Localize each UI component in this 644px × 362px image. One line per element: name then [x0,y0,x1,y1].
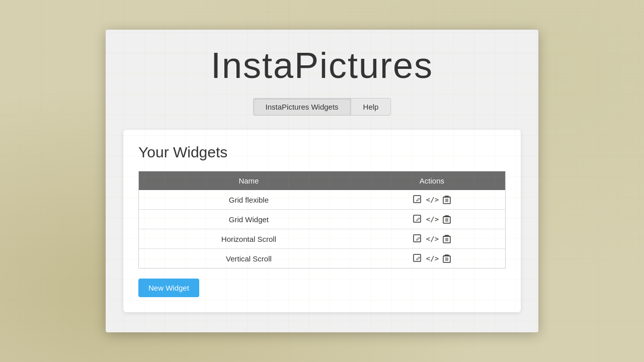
nav-help-button[interactable]: Help [351,98,391,116]
delete-icon[interactable] [443,254,451,263]
edit-icon[interactable] [413,215,422,224]
widget-table: Name Actions Grid flexible</>Grid Widget… [138,171,506,268]
widget-name: Grid Widget [139,210,359,229]
delete-icon[interactable] [443,215,451,224]
new-widget-button[interactable]: New Widget [138,279,199,297]
delete-icon[interactable] [443,234,451,243]
table-row: Horizontal Scroll</> [139,229,506,249]
section-title: Your Widgets [138,144,506,161]
table-row: Vertical Scroll</> [139,249,506,268]
widget-name: Horizontal Scroll [139,229,359,249]
code-icon[interactable]: </> [426,196,439,204]
table-row: Grid flexible</> [139,190,506,210]
widget-actions: </> [359,229,505,248]
table-row: Grid Widget</> [139,210,506,229]
app-title: InstaPictures [211,45,433,86]
widget-name: Grid flexible [139,190,359,210]
code-icon[interactable]: </> [426,254,439,262]
edit-icon[interactable] [413,195,422,204]
app-window: InstaPictures InstaPictures Widgets Help… [106,30,538,332]
col-name: Name [139,171,359,191]
widget-name: Vertical Scroll [139,249,359,268]
content-card: Your Widgets Name Actions Grid flexible<… [123,130,521,312]
nav-bar: InstaPictures Widgets Help [253,98,391,116]
widget-actions: </> [359,249,505,268]
delete-icon[interactable] [443,195,451,204]
col-actions: Actions [359,171,506,191]
widget-actions: </> [359,210,505,229]
edit-icon[interactable] [413,234,422,243]
edit-icon[interactable] [413,254,422,263]
code-icon[interactable]: </> [426,215,439,223]
code-icon[interactable]: </> [426,235,439,243]
nav-widgets-button[interactable]: InstaPictures Widgets [253,98,351,116]
widget-actions: </> [359,190,505,209]
